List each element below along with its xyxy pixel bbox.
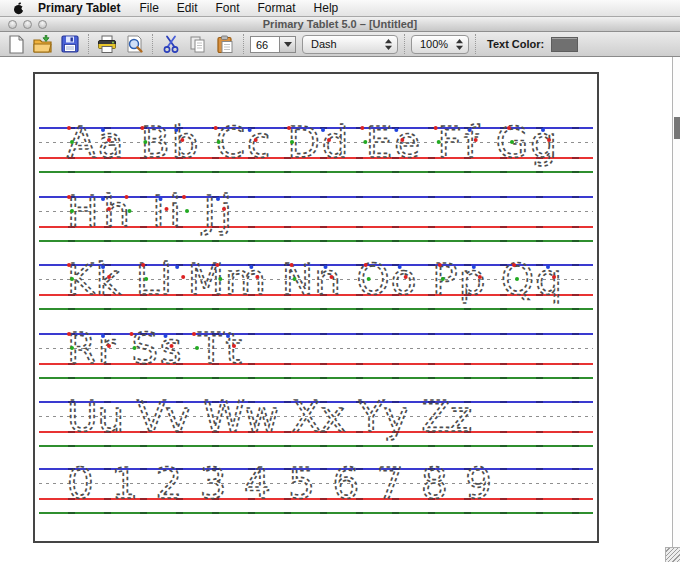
line-style-value: Dash [303, 38, 380, 50]
stroke-order-marker [222, 207, 226, 211]
cut-button[interactable] [159, 33, 183, 55]
stroke-order-marker [546, 265, 550, 269]
copy-icon [189, 35, 207, 54]
window-title: Primary Tablet 5.0 – [Untitled] [0, 17, 680, 32]
title-bar[interactable]: Primary Tablet 5.0 – [Untitled] [0, 17, 680, 32]
stroke-order-marker [400, 138, 404, 142]
stroke-order-marker [107, 138, 111, 142]
stroke-order-marker [507, 126, 511, 130]
chevron-down-icon [284, 42, 292, 47]
stroke-order-marker [164, 334, 168, 338]
svg-text:Aa Bb Cc Dd Ee Ff Gg: Aa Bb Cc Dd Ee Ff Gg [67, 118, 557, 167]
stroke-order-marker [180, 138, 184, 142]
writing-row: 0 1 2 3 4 5 6 7 8 9 [37, 468, 595, 526]
stroke-order-marker [181, 275, 185, 279]
stroke-order-marker [441, 277, 445, 281]
zoom-popup[interactable]: 100% [411, 35, 469, 54]
save-floppy-icon [61, 35, 79, 53]
stroke-order-marker [70, 140, 74, 144]
stroke-order-marker [170, 344, 174, 348]
stroke-order-marker [360, 126, 364, 130]
stroke-order-marker [216, 197, 220, 201]
apple-menu[interactable] [10, 1, 28, 15]
stroke-order-marker [468, 128, 472, 132]
stroke-order-marker [290, 263, 294, 267]
stroke-order-marker [70, 346, 74, 350]
stroke-order-marker [130, 332, 134, 336]
stroke-order-marker [101, 265, 105, 269]
writing-row: Aa Bb Cc Dd Ee Ff Gg [37, 127, 595, 185]
stroke-order-marker [324, 265, 328, 269]
toolbar: 66 Dash 100% Text Color: [0, 32, 680, 57]
stroke-order-marker [364, 263, 368, 267]
zoom-value: 100% [412, 38, 451, 50]
writing-row: Hh Ii Jj [37, 196, 595, 254]
paste-button[interactable] [213, 33, 237, 55]
stroke-order-marker [215, 263, 219, 267]
stroke-order-marker [107, 207, 111, 211]
save-button[interactable] [58, 33, 82, 55]
stroke-order-marker [67, 332, 71, 336]
stroke-order-marker [398, 265, 402, 269]
text-color-label: Text Color: [487, 38, 544, 50]
stroke-order-marker [255, 275, 259, 279]
stroke-order-marker [67, 126, 71, 130]
stroke-order-marker [214, 126, 218, 130]
toolbar-separator [88, 34, 89, 54]
svg-text:Kk Ll Mm Nn Oo Pp Qq: Kk Ll Mm Nn Oo Pp Qq [67, 255, 562, 304]
stroke-order-marker [254, 138, 258, 142]
menu-help[interactable]: Help [305, 0, 348, 17]
stroke-order-marker [141, 263, 145, 267]
vertical-scrollbar[interactable] [672, 57, 680, 562]
menu-app-name[interactable]: Primary Tablet [28, 0, 130, 17]
svg-text:Rr Ss Tt: Rr Ss Tt [67, 324, 242, 373]
menu-edit[interactable]: Edit [168, 0, 207, 17]
trace-letters: Hh Ii Jj [37, 196, 599, 254]
svg-text:0 1 2 3 4 5 6 7 8 9: 0 1 2 3 4 5 6 7 8 9 [67, 459, 492, 508]
trace-letters: Rr Ss Tt [37, 333, 599, 391]
stroke-order-marker [195, 346, 199, 350]
writing-row: Uu Vv Ww Xx Yy Zz [37, 401, 595, 459]
stroke-order-marker [174, 128, 178, 132]
stroke-order-marker [515, 277, 519, 281]
stroke-order-marker [290, 140, 294, 144]
menu-font[interactable]: Font [207, 0, 249, 17]
stroke-order-marker [232, 344, 236, 348]
font-size-dropdown-button[interactable] [280, 36, 296, 53]
stroke-order-marker [248, 128, 252, 132]
writing-sheet[interactable]: Aa Bb Cc Dd Ee Ff GgHh Ii JjKk Ll Mm Nn … [33, 72, 599, 543]
font-size-input[interactable]: 66 [250, 36, 280, 53]
trace-letters: Aa Bb Cc Dd Ee Ff Gg [37, 127, 599, 185]
trace-letters: 0 1 2 3 4 5 6 7 8 9 [37, 468, 599, 526]
open-button[interactable] [31, 33, 55, 55]
stroke-order-marker [474, 138, 478, 142]
stroke-order-marker [541, 128, 545, 132]
menu-format[interactable]: Format [249, 0, 305, 17]
paste-clipboard-icon [216, 35, 234, 54]
stroke-order-marker [107, 275, 111, 279]
new-document-icon [7, 35, 25, 54]
toolbar-separator [404, 34, 405, 54]
stroke-order-marker [133, 346, 137, 350]
line-style-popup[interactable]: Dash [302, 35, 398, 54]
stroke-order-marker [552, 275, 556, 279]
scrollbar-thumb[interactable] [674, 117, 680, 139]
stroke-order-marker [144, 277, 148, 281]
stroke-order-marker [472, 265, 476, 269]
stroke-order-marker [125, 195, 129, 199]
toolbar-separator [152, 34, 153, 54]
text-color-swatch[interactable] [551, 37, 578, 52]
menu-file[interactable]: File [130, 0, 167, 17]
new-document-button[interactable] [4, 33, 28, 55]
print-button[interactable] [95, 33, 119, 55]
stroke-order-marker [67, 195, 71, 199]
resize-grip-icon[interactable] [665, 547, 680, 562]
stroke-order-marker [404, 275, 408, 279]
preview-button[interactable] [122, 33, 146, 55]
stroke-order-marker [218, 277, 222, 281]
svg-text:Uu Vv Ww Xx Yy Zz: Uu Vv Ww Xx Yy Zz [67, 392, 472, 441]
stroke-order-marker [101, 197, 105, 201]
copy-button[interactable] [186, 33, 210, 55]
stepper-arrows-icon [455, 38, 464, 51]
stroke-order-marker [287, 126, 291, 130]
